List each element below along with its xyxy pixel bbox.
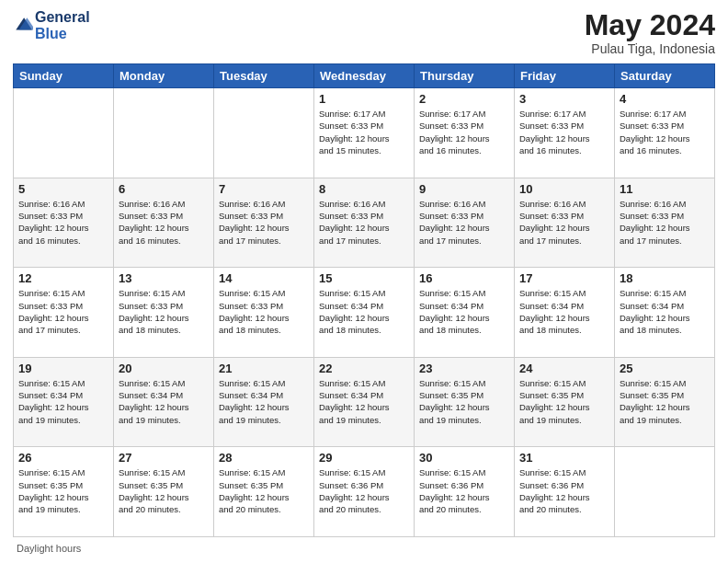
footer: Daylight hours — [13, 543, 715, 554]
calendar-week-row: 5Sunrise: 6:16 AM Sunset: 6:33 PM Daylig… — [14, 178, 715, 268]
day-number: 12 — [18, 271, 108, 285]
day-number: 21 — [219, 362, 309, 375]
day-info: Sunrise: 6:17 AM Sunset: 6:33 PM Dayligh… — [519, 108, 609, 156]
day-number: 5 — [18, 182, 108, 196]
day-info: Sunrise: 6:15 AM Sunset: 6:35 PM Dayligh… — [18, 466, 108, 515]
weekday-header: Monday — [114, 64, 214, 88]
calendar-week-row: 19Sunrise: 6:15 AM Sunset: 6:34 PM Dayli… — [14, 357, 715, 447]
day-info: Sunrise: 6:15 AM Sunset: 6:35 PM Dayligh… — [219, 466, 309, 515]
calendar-cell: 1Sunrise: 6:17 AM Sunset: 6:33 PM Daylig… — [314, 88, 415, 178]
day-number: 29 — [319, 451, 409, 465]
day-number: 23 — [419, 362, 509, 375]
day-number: 18 — [620, 271, 710, 285]
day-info: Sunrise: 6:15 AM Sunset: 6:36 PM Dayligh… — [519, 466, 609, 515]
logo-icon — [13, 16, 33, 36]
header: General Blue May 2024 Pulau Tiga, Indone… — [13, 9, 715, 56]
day-number: 9 — [419, 182, 509, 196]
title-block: May 2024 Pulau Tiga, Indonesia — [585, 9, 715, 56]
day-info: Sunrise: 6:15 AM Sunset: 6:33 PM Dayligh… — [119, 287, 209, 336]
calendar-cell: 10Sunrise: 6:16 AM Sunset: 6:33 PM Dayli… — [515, 178, 615, 268]
calendar-week-row: 26Sunrise: 6:15 AM Sunset: 6:35 PM Dayli… — [14, 447, 715, 537]
day-info: Sunrise: 6:17 AM Sunset: 6:33 PM Dayligh… — [319, 108, 409, 156]
day-info: Sunrise: 6:15 AM Sunset: 6:35 PM Dayligh… — [620, 377, 710, 426]
day-info: Sunrise: 6:15 AM Sunset: 6:36 PM Dayligh… — [419, 466, 509, 515]
day-number: 16 — [419, 271, 509, 285]
logo-text-blue: Blue — [35, 26, 90, 42]
logo: General Blue — [13, 9, 90, 41]
calendar-cell — [214, 88, 314, 178]
day-info: Sunrise: 6:17 AM Sunset: 6:33 PM Dayligh… — [419, 108, 509, 156]
day-info: Sunrise: 6:16 AM Sunset: 6:33 PM Dayligh… — [119, 198, 209, 247]
calendar-cell: 4Sunrise: 6:17 AM Sunset: 6:33 PM Daylig… — [615, 88, 715, 178]
calendar-cell: 30Sunrise: 6:15 AM Sunset: 6:36 PM Dayli… — [415, 447, 515, 537]
day-info: Sunrise: 6:16 AM Sunset: 6:33 PM Dayligh… — [319, 198, 409, 247]
calendar-cell: 7Sunrise: 6:16 AM Sunset: 6:33 PM Daylig… — [214, 178, 314, 268]
calendar-cell: 25Sunrise: 6:15 AM Sunset: 6:35 PM Dayli… — [615, 357, 715, 447]
day-number: 4 — [620, 92, 710, 106]
calendar-cell: 14Sunrise: 6:15 AM Sunset: 6:33 PM Dayli… — [214, 268, 314, 358]
day-number: 3 — [519, 92, 609, 106]
day-info: Sunrise: 6:15 AM Sunset: 6:34 PM Dayligh… — [319, 377, 409, 426]
logo-text-general: General — [35, 9, 90, 26]
day-info: Sunrise: 6:15 AM Sunset: 6:34 PM Dayligh… — [319, 287, 409, 336]
day-info: Sunrise: 6:15 AM Sunset: 6:34 PM Dayligh… — [620, 287, 710, 336]
calendar-cell: 2Sunrise: 6:17 AM Sunset: 6:33 PM Daylig… — [415, 88, 515, 178]
day-number: 17 — [519, 271, 609, 285]
day-number: 15 — [319, 271, 409, 285]
calendar-week-row: 12Sunrise: 6:15 AM Sunset: 6:33 PM Dayli… — [14, 268, 715, 358]
day-number: 27 — [119, 451, 209, 465]
weekday-header: Thursday — [415, 64, 515, 88]
calendar-cell: 6Sunrise: 6:16 AM Sunset: 6:33 PM Daylig… — [114, 178, 214, 268]
day-info: Sunrise: 6:15 AM Sunset: 6:36 PM Dayligh… — [319, 466, 409, 515]
day-info: Sunrise: 6:15 AM Sunset: 6:33 PM Dayligh… — [219, 287, 309, 336]
day-number: 8 — [319, 182, 409, 196]
day-number: 7 — [219, 182, 309, 196]
day-info: Sunrise: 6:15 AM Sunset: 6:34 PM Dayligh… — [18, 377, 108, 426]
day-number: 11 — [620, 182, 710, 196]
calendar-cell: 24Sunrise: 6:15 AM Sunset: 6:35 PM Dayli… — [515, 357, 615, 447]
location-subtitle: Pulau Tiga, Indonesia — [585, 41, 715, 56]
calendar-cell: 11Sunrise: 6:16 AM Sunset: 6:33 PM Dayli… — [615, 178, 715, 268]
day-number: 2 — [419, 92, 509, 106]
day-number: 24 — [519, 362, 609, 375]
weekday-header: Tuesday — [214, 64, 314, 88]
day-number: 22 — [319, 362, 409, 375]
day-info: Sunrise: 6:15 AM Sunset: 6:33 PM Dayligh… — [18, 287, 108, 336]
calendar-cell: 8Sunrise: 6:16 AM Sunset: 6:33 PM Daylig… — [314, 178, 415, 268]
day-info: Sunrise: 6:15 AM Sunset: 6:34 PM Dayligh… — [419, 287, 509, 336]
day-number: 6 — [119, 182, 209, 196]
weekday-header: Friday — [515, 64, 615, 88]
day-number: 13 — [119, 271, 209, 285]
day-number: 30 — [419, 451, 509, 465]
calendar-cell — [14, 88, 114, 178]
calendar-cell: 18Sunrise: 6:15 AM Sunset: 6:34 PM Dayli… — [615, 268, 715, 358]
day-number: 14 — [219, 271, 309, 285]
weekday-header: Wednesday — [314, 64, 415, 88]
calendar-cell: 3Sunrise: 6:17 AM Sunset: 6:33 PM Daylig… — [515, 88, 615, 178]
calendar-cell: 27Sunrise: 6:15 AM Sunset: 6:35 PM Dayli… — [114, 447, 214, 537]
day-number: 31 — [519, 451, 609, 465]
calendar-cell — [114, 88, 214, 178]
calendar-cell: 15Sunrise: 6:15 AM Sunset: 6:34 PM Dayli… — [314, 268, 415, 358]
calendar-cell: 26Sunrise: 6:15 AM Sunset: 6:35 PM Dayli… — [14, 447, 114, 537]
day-number: 26 — [18, 451, 108, 465]
day-number: 19 — [18, 362, 108, 375]
day-info: Sunrise: 6:15 AM Sunset: 6:35 PM Dayligh… — [519, 377, 609, 426]
page: General Blue May 2024 Pulau Tiga, Indone… — [0, 0, 728, 563]
day-number: 25 — [620, 362, 710, 375]
day-info: Sunrise: 6:15 AM Sunset: 6:34 PM Dayligh… — [119, 377, 209, 426]
day-info: Sunrise: 6:16 AM Sunset: 6:33 PM Dayligh… — [620, 198, 710, 247]
day-info: Sunrise: 6:15 AM Sunset: 6:34 PM Dayligh… — [519, 287, 609, 336]
calendar-cell: 9Sunrise: 6:16 AM Sunset: 6:33 PM Daylig… — [415, 178, 515, 268]
calendar-cell: 21Sunrise: 6:15 AM Sunset: 6:34 PM Dayli… — [214, 357, 314, 447]
calendar-cell: 17Sunrise: 6:15 AM Sunset: 6:34 PM Dayli… — [515, 268, 615, 358]
calendar-cell: 19Sunrise: 6:15 AM Sunset: 6:34 PM Dayli… — [14, 357, 114, 447]
calendar-cell: 28Sunrise: 6:15 AM Sunset: 6:35 PM Dayli… — [214, 447, 314, 537]
calendar-cell: 13Sunrise: 6:15 AM Sunset: 6:33 PM Dayli… — [114, 268, 214, 358]
calendar-cell — [615, 447, 715, 537]
day-info: Sunrise: 6:15 AM Sunset: 6:35 PM Dayligh… — [119, 466, 209, 515]
calendar-cell: 23Sunrise: 6:15 AM Sunset: 6:35 PM Dayli… — [415, 357, 515, 447]
calendar-header-row: SundayMondayTuesdayWednesdayThursdayFrid… — [14, 64, 715, 88]
day-number: 1 — [319, 92, 409, 106]
day-info: Sunrise: 6:16 AM Sunset: 6:33 PM Dayligh… — [18, 198, 108, 247]
